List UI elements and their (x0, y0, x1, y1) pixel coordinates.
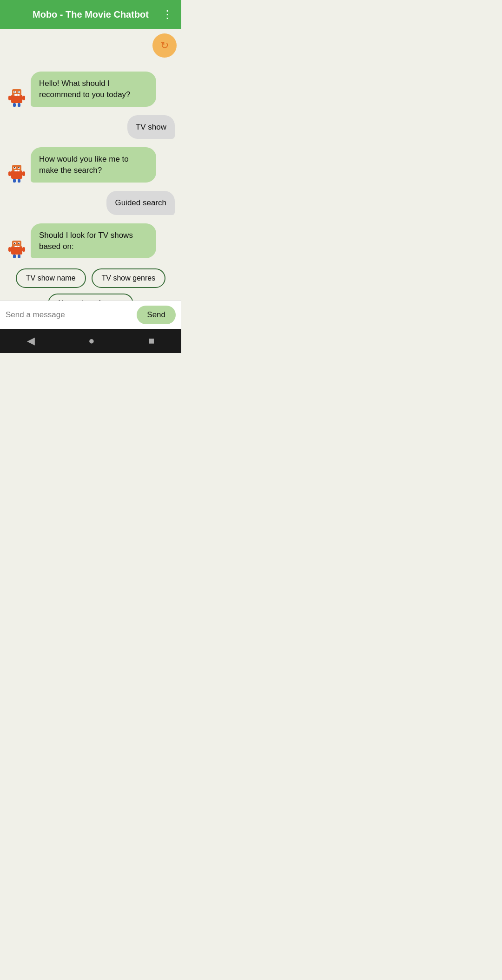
svg-rect-9 (18, 94, 20, 96)
app-header: Mobo - The Movie Chatbot ⋮ (0, 0, 181, 29)
chat-area: ↻ (0, 29, 181, 301)
svg-rect-10 (13, 103, 16, 107)
svg-rect-25 (18, 179, 20, 183)
svg-rect-0 (11, 95, 22, 103)
top-spacer (7, 35, 175, 63)
svg-rect-12 (8, 96, 11, 100)
svg-rect-11 (18, 103, 20, 107)
svg-rect-14 (11, 170, 22, 179)
svg-rect-40 (8, 247, 11, 252)
svg-rect-35 (14, 246, 16, 247)
svg-rect-27 (22, 171, 25, 176)
user-message-2: Guided search (106, 191, 175, 215)
svg-rect-24 (13, 179, 16, 183)
bot-message-3: Should I look for TV shows based on: (7, 223, 156, 259)
svg-rect-26 (8, 171, 11, 176)
input-bar: Send (0, 301, 181, 329)
quick-reply-tv-show-name[interactable]: TV show name (16, 268, 86, 288)
refresh-button[interactable]: ↻ (152, 33, 177, 58)
svg-rect-37 (18, 246, 20, 247)
svg-rect-13 (22, 96, 25, 100)
svg-rect-22 (16, 170, 18, 171)
svg-rect-7 (14, 94, 16, 96)
app-title: Mobo - The Movie Chatbot (20, 9, 162, 20)
svg-rect-33 (18, 243, 20, 244)
menu-icon[interactable]: ⋮ (162, 9, 173, 20)
quick-replies-area: TV show name TV show genres No such pref… (7, 267, 175, 301)
bot-avatar-3 (7, 238, 27, 258)
home-nav-icon[interactable]: ● (88, 335, 94, 347)
quick-reply-tv-show-genres[interactable]: TV show genres (92, 268, 166, 288)
recents-nav-icon[interactable]: ■ (148, 335, 154, 347)
message-input[interactable] (6, 310, 132, 320)
svg-rect-18 (14, 167, 15, 168)
svg-rect-38 (13, 255, 16, 258)
back-nav-icon[interactable]: ◀ (27, 335, 35, 347)
send-button[interactable]: Send (137, 306, 176, 324)
user-message-1: TV show (127, 115, 175, 139)
svg-rect-8 (16, 94, 18, 96)
svg-rect-28 (11, 246, 22, 255)
svg-rect-39 (18, 255, 20, 258)
bot-message-1: Hello! What should I recommend to you to… (7, 72, 156, 107)
bot-avatar-2 (7, 162, 27, 183)
svg-rect-32 (14, 243, 15, 244)
svg-rect-23 (18, 170, 20, 171)
svg-rect-21 (14, 170, 16, 171)
bottom-nav: ◀ ● ■ (0, 329, 181, 353)
bot-avatar-1 (7, 86, 27, 107)
svg-rect-36 (16, 246, 18, 247)
svg-rect-41 (22, 247, 25, 252)
svg-rect-4 (14, 91, 15, 92)
bot-bubble-3: Should I look for TV shows based on: (31, 223, 156, 259)
bot-bubble-2: How would you like me to make the search… (31, 147, 156, 183)
user-bubble-2: Guided search (106, 191, 175, 215)
user-bubble-1: TV show (127, 115, 175, 139)
quick-reply-no-preference[interactable]: No such preference (48, 294, 133, 301)
bot-message-2: How would you like me to make the search… (7, 147, 156, 183)
bot-bubble-1: Hello! What should I recommend to you to… (31, 72, 156, 107)
svg-rect-5 (18, 91, 20, 92)
svg-rect-19 (18, 167, 20, 168)
